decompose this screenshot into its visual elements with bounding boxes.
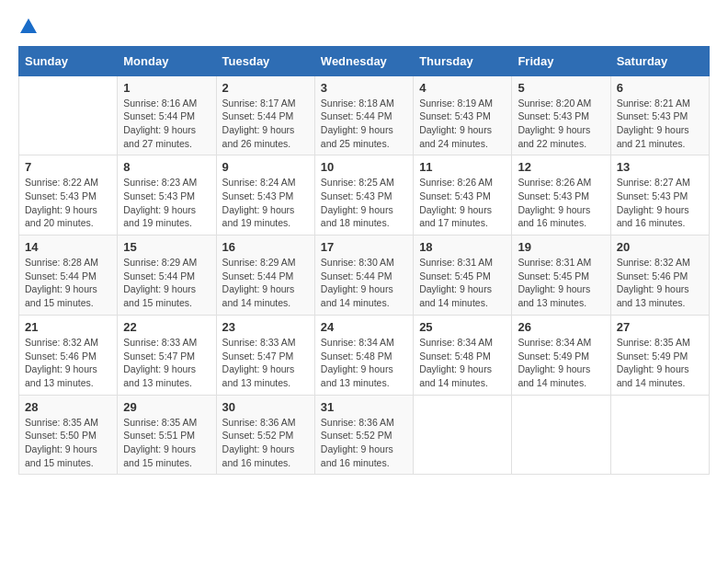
day-number: 14 [25, 240, 111, 254]
day-info: Sunrise: 8:32 AM Sunset: 5:46 PM Dayligh… [25, 336, 111, 390]
calendar-cell: 1Sunrise: 8:16 AM Sunset: 5:44 PM Daylig… [118, 75, 216, 155]
day-number: 20 [617, 240, 703, 254]
day-number: 13 [617, 160, 703, 174]
day-info: Sunrise: 8:18 AM Sunset: 5:44 PM Dayligh… [321, 97, 407, 151]
day-info: Sunrise: 8:20 AM Sunset: 5:43 PM Dayligh… [518, 97, 604, 151]
calendar-cell: 6Sunrise: 8:21 AM Sunset: 5:43 PM Daylig… [610, 75, 709, 155]
header [18, 18, 710, 37]
day-number: 3 [321, 81, 407, 95]
day-info: Sunrise: 8:29 AM Sunset: 5:44 PM Dayligh… [123, 256, 210, 310]
calendar-cell: 19Sunrise: 8:31 AM Sunset: 5:45 PM Dayli… [512, 236, 610, 316]
day-info: Sunrise: 8:16 AM Sunset: 5:44 PM Dayligh… [123, 97, 210, 151]
day-info: Sunrise: 8:33 AM Sunset: 5:47 PM Dayligh… [123, 336, 210, 390]
calendar-cell: 28Sunrise: 8:35 AM Sunset: 5:50 PM Dayli… [19, 395, 118, 475]
calendar-cell: 9Sunrise: 8:24 AM Sunset: 5:43 PM Daylig… [216, 155, 314, 236]
day-number: 16 [222, 240, 309, 254]
calendar-cell: 7Sunrise: 8:22 AM Sunset: 5:43 PM Daylig… [19, 155, 118, 236]
day-number: 12 [518, 160, 604, 174]
weekday-header-saturday: Saturday [610, 46, 709, 75]
svg-marker-0 [20, 18, 37, 33]
day-info: Sunrise: 8:30 AM Sunset: 5:44 PM Dayligh… [321, 256, 407, 310]
calendar-cell [414, 395, 512, 475]
logo-triangle-icon [20, 18, 37, 33]
weekday-header-thursday: Thursday [414, 46, 512, 75]
calendar-cell: 11Sunrise: 8:26 AM Sunset: 5:43 PM Dayli… [414, 155, 512, 236]
day-number: 23 [222, 320, 309, 334]
day-info: Sunrise: 8:19 AM Sunset: 5:43 PM Dayligh… [419, 97, 506, 151]
day-number: 21 [25, 320, 111, 334]
calendar-cell: 29Sunrise: 8:35 AM Sunset: 5:51 PM Dayli… [118, 395, 216, 475]
day-info: Sunrise: 8:35 AM Sunset: 5:51 PM Dayligh… [123, 416, 210, 470]
calendar-week-row: 14Sunrise: 8:28 AM Sunset: 5:44 PM Dayli… [19, 236, 710, 316]
calendar-cell [512, 395, 610, 475]
calendar-cell: 25Sunrise: 8:34 AM Sunset: 5:48 PM Dayli… [414, 315, 512, 395]
calendar-cell: 16Sunrise: 8:29 AM Sunset: 5:44 PM Dayli… [216, 236, 314, 316]
day-number: 15 [123, 240, 210, 254]
day-number: 31 [321, 400, 407, 414]
calendar-cell: 8Sunrise: 8:23 AM Sunset: 5:43 PM Daylig… [118, 155, 216, 236]
day-number: 25 [419, 320, 506, 334]
calendar-cell: 31Sunrise: 8:36 AM Sunset: 5:52 PM Dayli… [314, 395, 413, 475]
weekday-header-monday: Monday [118, 46, 216, 75]
day-info: Sunrise: 8:28 AM Sunset: 5:44 PM Dayligh… [25, 256, 111, 310]
day-number: 6 [617, 81, 703, 95]
calendar-cell: 22Sunrise: 8:33 AM Sunset: 5:47 PM Dayli… [118, 315, 216, 395]
weekday-header-wednesday: Wednesday [314, 46, 413, 75]
day-number: 2 [222, 81, 309, 95]
calendar-cell [19, 75, 118, 155]
calendar-cell [610, 395, 709, 475]
weekday-header-friday: Friday [512, 46, 610, 75]
calendar-cell: 4Sunrise: 8:19 AM Sunset: 5:43 PM Daylig… [414, 75, 512, 155]
day-info: Sunrise: 8:31 AM Sunset: 5:45 PM Dayligh… [419, 256, 506, 310]
day-info: Sunrise: 8:26 AM Sunset: 5:43 PM Dayligh… [518, 176, 604, 230]
day-number: 22 [123, 320, 210, 334]
day-info: Sunrise: 8:34 AM Sunset: 5:48 PM Dayligh… [419, 336, 506, 390]
day-number: 24 [321, 320, 407, 334]
day-number: 29 [123, 400, 210, 414]
day-info: Sunrise: 8:21 AM Sunset: 5:43 PM Dayligh… [617, 97, 703, 151]
weekday-header-sunday: Sunday [19, 46, 118, 75]
day-info: Sunrise: 8:36 AM Sunset: 5:52 PM Dayligh… [321, 416, 407, 470]
weekday-header-tuesday: Tuesday [216, 46, 314, 75]
calendar-cell: 30Sunrise: 8:36 AM Sunset: 5:52 PM Dayli… [216, 395, 314, 475]
day-number: 30 [222, 400, 309, 414]
weekday-header-row: SundayMondayTuesdayWednesdayThursdayFrid… [19, 46, 710, 75]
day-number: 5 [518, 81, 604, 95]
calendar-cell: 23Sunrise: 8:33 AM Sunset: 5:47 PM Dayli… [216, 315, 314, 395]
day-info: Sunrise: 8:23 AM Sunset: 5:43 PM Dayligh… [123, 176, 210, 230]
calendar-cell: 17Sunrise: 8:30 AM Sunset: 5:44 PM Dayli… [314, 236, 413, 316]
day-info: Sunrise: 8:32 AM Sunset: 5:46 PM Dayligh… [617, 256, 703, 310]
calendar-cell: 5Sunrise: 8:20 AM Sunset: 5:43 PM Daylig… [512, 75, 610, 155]
day-info: Sunrise: 8:34 AM Sunset: 5:48 PM Dayligh… [321, 336, 407, 390]
day-number: 10 [321, 160, 407, 174]
calendar-cell: 10Sunrise: 8:25 AM Sunset: 5:43 PM Dayli… [314, 155, 413, 236]
day-number: 19 [518, 240, 604, 254]
day-number: 7 [25, 160, 111, 174]
day-number: 9 [222, 160, 309, 174]
calendar-week-row: 28Sunrise: 8:35 AM Sunset: 5:50 PM Dayli… [19, 395, 710, 475]
calendar-table: SundayMondayTuesdayWednesdayThursdayFrid… [18, 46, 710, 476]
calendar-cell: 21Sunrise: 8:32 AM Sunset: 5:46 PM Dayli… [19, 315, 118, 395]
day-number: 26 [518, 320, 604, 334]
day-info: Sunrise: 8:34 AM Sunset: 5:49 PM Dayligh… [518, 336, 604, 390]
calendar-cell: 24Sunrise: 8:34 AM Sunset: 5:48 PM Dayli… [314, 315, 413, 395]
day-info: Sunrise: 8:31 AM Sunset: 5:45 PM Dayligh… [518, 256, 604, 310]
day-info: Sunrise: 8:36 AM Sunset: 5:52 PM Dayligh… [222, 416, 309, 470]
day-info: Sunrise: 8:35 AM Sunset: 5:50 PM Dayligh… [25, 416, 111, 470]
calendar-cell: 27Sunrise: 8:35 AM Sunset: 5:49 PM Dayli… [610, 315, 709, 395]
calendar-cell: 14Sunrise: 8:28 AM Sunset: 5:44 PM Dayli… [19, 236, 118, 316]
day-number: 28 [25, 400, 111, 414]
day-number: 18 [419, 240, 506, 254]
day-info: Sunrise: 8:29 AM Sunset: 5:44 PM Dayligh… [222, 256, 309, 310]
calendar-cell: 2Sunrise: 8:17 AM Sunset: 5:44 PM Daylig… [216, 75, 314, 155]
day-info: Sunrise: 8:24 AM Sunset: 5:43 PM Dayligh… [222, 176, 309, 230]
day-info: Sunrise: 8:25 AM Sunset: 5:43 PM Dayligh… [321, 176, 407, 230]
day-info: Sunrise: 8:22 AM Sunset: 5:43 PM Dayligh… [25, 176, 111, 230]
calendar-cell: 15Sunrise: 8:29 AM Sunset: 5:44 PM Dayli… [118, 236, 216, 316]
logo [18, 18, 37, 37]
day-info: Sunrise: 8:26 AM Sunset: 5:43 PM Dayligh… [419, 176, 506, 230]
day-number: 8 [123, 160, 210, 174]
day-number: 1 [123, 81, 210, 95]
day-info: Sunrise: 8:17 AM Sunset: 5:44 PM Dayligh… [222, 97, 309, 151]
day-info: Sunrise: 8:33 AM Sunset: 5:47 PM Dayligh… [222, 336, 309, 390]
